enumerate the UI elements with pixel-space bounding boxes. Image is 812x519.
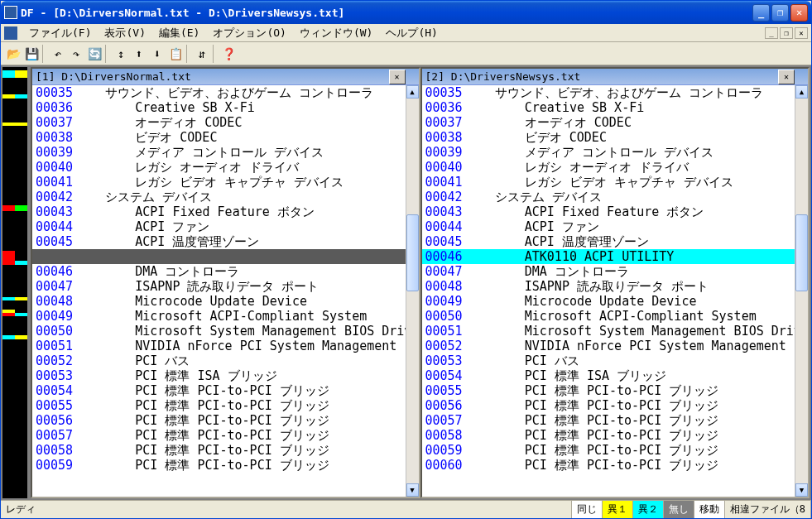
gutter-segment[interactable] <box>2 70 27 79</box>
text-line[interactable]: 00052 PCI バス <box>32 353 406 368</box>
right-pane-close-button[interactable]: ✕ <box>778 70 795 84</box>
text-line[interactable]: 00058 PCI 標準 PCI-to-PCI ブリッジ <box>422 428 795 443</box>
text-line[interactable]: 00042 システム デバイス <box>32 190 406 204</box>
gutter-segment[interactable] <box>2 339 27 498</box>
scroll-up-icon[interactable]: ▲ <box>406 85 419 99</box>
text-line[interactable]: 00037 オーディオ CODEC <box>422 115 795 130</box>
minimize-button[interactable]: _ <box>752 4 770 22</box>
tb-help-icon[interactable]: ❓ <box>219 45 238 63</box>
text-line[interactable]: 00055 PCI 標準 PCI-to-PCI ブリッジ <box>32 398 406 413</box>
text-line[interactable]: 00039 メディア コントロール デバイス <box>422 145 795 160</box>
text-line[interactable]: 00046 DMA コントローラ <box>32 264 406 279</box>
right-text-area[interactable]: 00035 サウンド、ビデオ、およびゲーム コントローラ00036 Creati… <box>422 85 795 497</box>
text-line[interactable]: 00043 ACPI Fixed Feature ボタン <box>32 204 406 219</box>
tb-save-icon[interactable]: 💾 <box>22 45 41 63</box>
text-line[interactable]: 00053 PCI 標準 ISA ブリッジ <box>32 368 406 383</box>
diff-overview-gutter[interactable] <box>2 67 27 498</box>
tb-refresh-icon[interactable]: 🔄 <box>85 45 103 63</box>
mdi-close-button[interactable]: ✕ <box>795 27 808 39</box>
text-line[interactable]: 00036 Creative SB X-Fi <box>32 100 406 115</box>
gutter-segment[interactable] <box>2 126 27 205</box>
text-line[interactable]: 00058 PCI 標準 PCI-to-PCI ブリッジ <box>32 443 406 458</box>
text-line[interactable]: 00051 NVIDIA nForce PCI System Managemen… <box>32 339 406 353</box>
gutter-segment[interactable] <box>2 316 27 335</box>
scroll-down-icon[interactable]: ▼ <box>406 483 419 497</box>
right-pane-titlebar[interactable]: [2] D:\DriversNewsys.txt ✕ <box>422 69 809 85</box>
text-line[interactable]: 00035 サウンド、ビデオ、およびゲーム コントローラ <box>422 85 795 100</box>
text-line[interactable]: 00047 ISAPNP 読み取りデータ ポート <box>32 279 406 294</box>
left-pane-close-button[interactable]: ✕ <box>389 70 406 84</box>
tb-copy-icon[interactable]: 📋 <box>166 45 185 63</box>
text-line[interactable]: 00049 Microsoft ACPI-Compliant System <box>32 309 406 324</box>
right-scrollbar[interactable]: ▲ ▼ <box>795 85 808 497</box>
text-line[interactable]: 00040 レガシ オーディオ ドライバ <box>422 160 795 175</box>
left-text-area[interactable]: 00035 サウンド、ビデオ、およびゲーム コントローラ00036 Creati… <box>32 85 406 497</box>
tb-sync-icon[interactable]: ↕ <box>112 45 130 63</box>
titlebar[interactable]: DF - [D:\DirversNormal.txt - D:\DriversN… <box>1 1 811 24</box>
text-line[interactable]: 00054 PCI 標準 PCI-to-PCI ブリッジ <box>32 383 406 398</box>
text-line[interactable]: 00038 ビデオ CODEC <box>422 130 795 145</box>
gutter-segment[interactable] <box>2 99 27 123</box>
text-line[interactable]: 00048 Microcode Update Device <box>32 294 406 309</box>
text-line[interactable]: 00044 ACPI ファン <box>32 219 406 234</box>
text-line[interactable]: 00046 ATK0110 ACPI UTILITY <box>422 249 795 264</box>
text-line[interactable]: 00043 ACPI Fixed Feature ボタン <box>422 204 795 219</box>
text-line[interactable]: 00044 ACPI ファン <box>422 219 795 234</box>
text-line[interactable]: 00057 PCI 標準 PCI-to-PCI ブリッジ <box>422 413 795 428</box>
text-line[interactable]: 00042 システム デバイス <box>422 190 795 204</box>
text-line[interactable]: 00050 Microsoft ACPI-Compliant System <box>422 309 795 324</box>
text-line[interactable]: 00050 Microsoft System Management BIOS D… <box>32 324 406 339</box>
text-line[interactable]: 00035 サウンド、ビデオ、およびゲーム コントローラ <box>32 85 406 100</box>
gutter-segment[interactable] <box>2 78 27 94</box>
mdi-minimize-button[interactable]: _ <box>765 27 778 39</box>
text-line[interactable]: 00060 PCI 標準 PCI-to-PCI ブリッジ <box>422 458 795 473</box>
tb-next-diff-icon[interactable]: ↷ <box>67 45 85 63</box>
menu-help[interactable]: ヘルプ(H) <box>379 24 444 42</box>
text-line[interactable]: 00038 ビデオ CODEC <box>32 130 406 145</box>
text-line[interactable]: 00037 オーディオ CODEC <box>32 115 406 130</box>
left-pane-titlebar[interactable]: [1] D:\DirversNormal.txt ✕ <box>32 69 419 85</box>
text-line[interactable]: 00036 Creative SB X-Fi <box>422 100 795 115</box>
gutter-segment[interactable] <box>2 251 27 261</box>
text-line[interactable]: 00059 PCI 標準 PCI-to-PCI ブリッジ <box>32 458 406 473</box>
text-line[interactable]: 00047 DMA コントローラ <box>422 264 795 279</box>
text-line[interactable]: 00045 ACPI 温度管理ゾーン <box>32 234 406 249</box>
tb-down-icon[interactable]: ⬇ <box>148 45 166 63</box>
text-line[interactable]: 00056 PCI 標準 PCI-to-PCI ブリッジ <box>32 413 406 428</box>
text-line[interactable]: 00041 レガシ ビデオ キャプチャ デバイス <box>32 175 406 190</box>
tb-up-icon[interactable]: ⬆ <box>130 45 148 63</box>
tb-swap-icon[interactable]: ⇵ <box>193 45 211 63</box>
text-line[interactable]: 00041 レガシ ビデオ キャプチャ デバイス <box>422 175 795 190</box>
text-line[interactable]: 00052 NVIDIA nForce PCI System Managemen… <box>422 339 795 353</box>
text-line[interactable]: 00045 ACPI 温度管理ゾーン <box>422 234 795 249</box>
text-line[interactable]: 00054 PCI 標準 ISA ブリッジ <box>422 368 795 383</box>
text-line[interactable]: 00055 PCI 標準 PCI-to-PCI ブリッジ <box>422 383 795 398</box>
maximize-button[interactable]: ❐ <box>771 4 789 22</box>
text-line[interactable]: 00049 Microcode Update Device <box>422 294 795 309</box>
gutter-segment[interactable] <box>2 300 27 310</box>
text-line[interactable]: 00053 PCI バス <box>422 353 795 368</box>
gutter-segment[interactable] <box>2 211 27 251</box>
mdi-restore-button[interactable]: ❐ <box>780 27 793 39</box>
text-line[interactable]: 00039 メディア コントロール デバイス <box>32 145 406 160</box>
text-line[interactable]: 00056 PCI 標準 PCI-to-PCI ブリッジ <box>422 398 795 413</box>
tb-open-icon[interactable]: 📂 <box>4 45 22 63</box>
scroll-down-icon[interactable]: ▼ <box>795 483 808 497</box>
text-line[interactable]: 00048 ISAPNP 読み取りデータ ポート <box>422 279 795 294</box>
gutter-segment[interactable] <box>2 265 27 296</box>
scroll-up-icon[interactable]: ▲ <box>795 85 808 99</box>
text-line[interactable] <box>32 249 406 264</box>
text-line[interactable]: 00057 PCI 標準 PCI-to-PCI ブリッジ <box>32 428 406 443</box>
gutter-segment[interactable] <box>2 205 27 212</box>
text-line[interactable]: 00059 PCI 標準 PCI-to-PCI ブリッジ <box>422 443 795 458</box>
menu-option[interactable]: オプション(O) <box>206 24 292 42</box>
mdi-app-icon[interactable] <box>4 26 17 40</box>
text-line[interactable]: 00051 Microsoft System Management BIOS D… <box>422 324 795 339</box>
tb-prev-diff-icon[interactable]: ↶ <box>49 45 67 63</box>
menu-window[interactable]: ウィンドウ(W) <box>293 24 379 42</box>
menu-file[interactable]: ファイル(F) <box>22 24 98 42</box>
menu-edit[interactable]: 編集(E) <box>152 24 206 42</box>
close-button[interactable]: ✕ <box>790 4 808 22</box>
text-line[interactable]: 00040 レガシ オーディオ ドライバ <box>32 160 406 175</box>
left-scrollbar[interactable]: ▲ ▼ <box>406 85 419 497</box>
